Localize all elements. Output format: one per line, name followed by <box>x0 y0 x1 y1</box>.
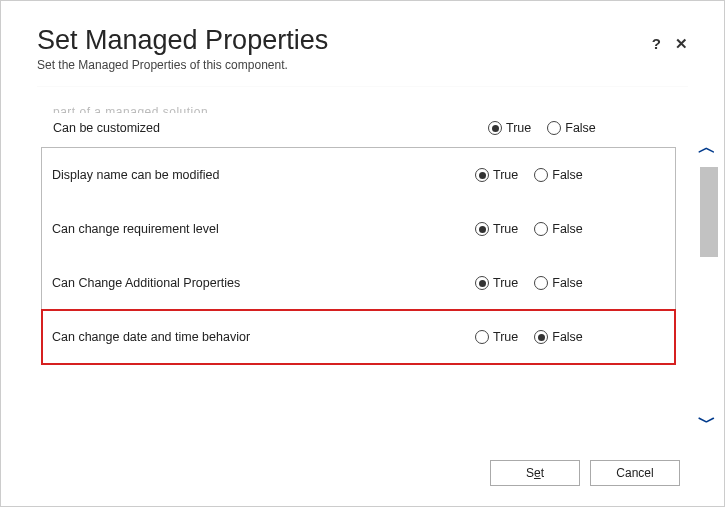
radio-false[interactable]: False <box>534 222 583 236</box>
row-label: Can change date and time behavior <box>52 330 475 344</box>
row-can-be-customized: Can be customized True False <box>37 113 688 143</box>
set-suffix: t <box>541 466 544 480</box>
radio-label: True <box>493 330 518 344</box>
row-label: Can be customized <box>53 121 488 135</box>
row-label: Can change requirement level <box>52 222 475 236</box>
sub-properties-box: Display name can be modifiedTrueFalseCan… <box>41 147 676 365</box>
radio-label: True <box>493 222 518 236</box>
radio-true[interactable]: True <box>488 121 531 135</box>
radio-label: False <box>552 222 583 236</box>
radio-true[interactable]: True <box>475 222 518 236</box>
help-icon[interactable]: ? <box>652 35 661 53</box>
radio-icon <box>475 330 489 344</box>
cancel-button[interactable]: Cancel <box>590 460 680 486</box>
radio-icon <box>534 276 548 290</box>
radio-icon <box>534 330 548 344</box>
radio-icon <box>475 222 489 236</box>
radio-icon <box>547 121 561 135</box>
dialog-header: Set Managed Properties Set the Managed P… <box>37 25 688 86</box>
radio-true[interactable]: True <box>475 330 518 344</box>
row-label: Can Change Additional Properties <box>52 276 475 290</box>
close-icon[interactable]: ✕ <box>675 35 688 53</box>
radio-false[interactable]: False <box>534 276 583 290</box>
property-row: Display name can be modifiedTrueFalse <box>42 148 675 202</box>
radio-false[interactable]: False <box>534 330 583 344</box>
radio-label: False <box>552 330 583 344</box>
radio-label: False <box>552 276 583 290</box>
scroll-down-icon[interactable]: ﹀ <box>698 410 716 434</box>
set-prefix: S <box>526 466 534 480</box>
radio-icon <box>534 168 548 182</box>
property-row: Can change date and time behaviorTrueFal… <box>42 310 675 364</box>
radio-icon <box>534 222 548 236</box>
scrollbar-thumb[interactable] <box>700 167 718 257</box>
property-row: Can Change Additional PropertiesTrueFals… <box>42 256 675 310</box>
radio-false[interactable]: False <box>547 121 596 135</box>
set-button[interactable]: Set <box>490 460 580 486</box>
radio-true[interactable]: True <box>475 168 518 182</box>
radio-label: False <box>565 121 596 135</box>
scroll-up-icon[interactable]: ︿ <box>698 135 716 159</box>
radio-false[interactable]: False <box>534 168 583 182</box>
managed-properties-dialog: Set Managed Properties Set the Managed P… <box>1 1 724 506</box>
truncated-text: part of a managed solution. <box>37 105 688 113</box>
properties-scroll-area: ︿ ﹀ part of a managed solution. Can be c… <box>37 86 688 442</box>
dialog-footer: Set Cancel <box>37 442 688 486</box>
dialog-subtitle: Set the Managed Properties of this compo… <box>37 58 328 72</box>
radio-label: True <box>506 121 531 135</box>
radio-true[interactable]: True <box>475 276 518 290</box>
property-row: Can change requirement levelTrueFalse <box>42 202 675 256</box>
radio-icon <box>475 168 489 182</box>
set-underline: e <box>534 466 541 480</box>
dialog-title: Set Managed Properties <box>37 25 328 56</box>
radio-label: True <box>493 168 518 182</box>
row-label: Display name can be modified <box>52 168 475 182</box>
radio-icon <box>488 121 502 135</box>
radio-label: False <box>552 168 583 182</box>
radio-icon <box>475 276 489 290</box>
radio-label: True <box>493 276 518 290</box>
